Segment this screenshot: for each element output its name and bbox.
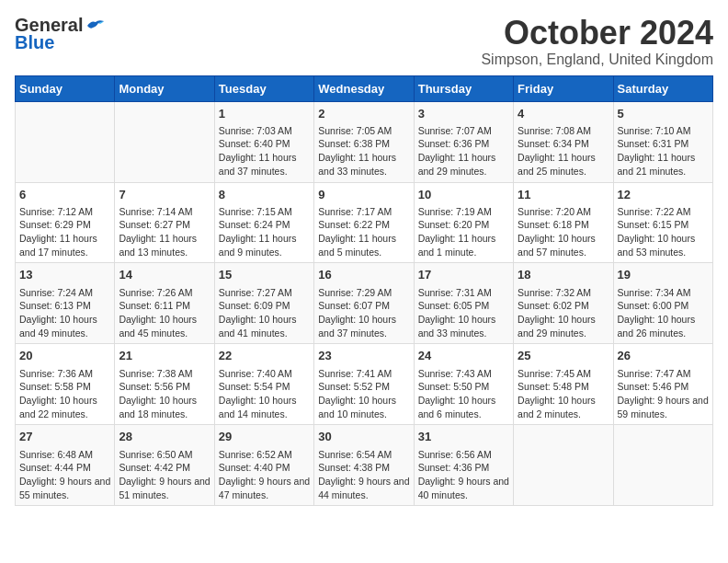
calendar-cell: 2Sunrise: 7:05 AMSunset: 6:38 PMDaylight…	[314, 101, 414, 182]
day-info-text: Sunset: 6:38 PM	[318, 137, 409, 151]
calendar-cell	[16, 101, 115, 182]
day-info-text: Sunset: 6:31 PM	[618, 137, 709, 151]
day-info-text: Sunrise: 7:26 AM	[119, 286, 210, 300]
day-info-text: Daylight: 10 hours and 2 minutes.	[518, 394, 609, 420]
week-row-3: 13Sunrise: 7:24 AMSunset: 6:13 PMDayligh…	[16, 263, 713, 344]
day-number: 15	[219, 267, 310, 283]
day-info-text: Daylight: 9 hours and 55 minutes.	[19, 475, 110, 501]
day-info-text: Sunrise: 7:03 AM	[219, 124, 310, 138]
day-number: 7	[119, 187, 210, 203]
day-info-text: Sunrise: 7:14 AM	[119, 205, 210, 219]
day-info-text: Sunrise: 7:15 AM	[219, 205, 310, 219]
day-info-text: Daylight: 11 hours and 37 minutes.	[219, 151, 310, 178]
week-row-5: 27Sunrise: 6:48 AMSunset: 4:44 PMDayligh…	[16, 425, 713, 506]
calendar-cell: 8Sunrise: 7:15 AMSunset: 6:24 PMDaylight…	[214, 182, 313, 263]
day-number: 1	[219, 106, 310, 122]
day-number: 30	[318, 429, 409, 445]
calendar-cell: 5Sunrise: 7:10 AMSunset: 6:31 PMDaylight…	[613, 101, 712, 182]
day-info-text: Sunrise: 7:08 AM	[518, 124, 609, 138]
calendar-cell: 27Sunrise: 6:48 AMSunset: 4:44 PMDayligh…	[16, 425, 115, 506]
day-info-text: Daylight: 9 hours and 47 minutes.	[219, 475, 310, 501]
calendar-cell: 25Sunrise: 7:45 AMSunset: 5:48 PMDayligh…	[514, 344, 613, 425]
calendar-cell: 28Sunrise: 6:50 AMSunset: 4:42 PMDayligh…	[115, 425, 214, 506]
day-number: 16	[318, 267, 409, 283]
calendar-cell: 24Sunrise: 7:43 AMSunset: 5:50 PMDayligh…	[414, 344, 513, 425]
day-number: 26	[618, 348, 709, 364]
calendar-cell: 20Sunrise: 7:36 AMSunset: 5:58 PMDayligh…	[16, 344, 115, 425]
day-number: 13	[19, 267, 110, 283]
day-info-text: Sunrise: 7:41 AM	[318, 367, 409, 381]
day-info-text: Sunset: 6:05 PM	[418, 299, 509, 313]
day-info-text: Sunrise: 7:43 AM	[418, 367, 509, 381]
calendar-cell: 4Sunrise: 7:08 AMSunset: 6:34 PMDaylight…	[514, 101, 613, 182]
calendar-cell: 16Sunrise: 7:29 AMSunset: 6:07 PMDayligh…	[314, 263, 414, 344]
day-info-text: Sunset: 5:50 PM	[418, 380, 509, 394]
day-number: 24	[418, 348, 509, 364]
day-info-text: Sunset: 4:36 PM	[418, 461, 509, 475]
day-info-text: Daylight: 9 hours and 59 minutes.	[618, 394, 709, 420]
calendar-cell: 17Sunrise: 7:31 AMSunset: 6:05 PMDayligh…	[414, 263, 513, 344]
day-info-text: Sunrise: 7:31 AM	[418, 286, 509, 300]
calendar-cell: 21Sunrise: 7:38 AMSunset: 5:56 PMDayligh…	[115, 344, 214, 425]
day-info-text: Sunrise: 7:10 AM	[618, 124, 709, 138]
day-info-text: Sunset: 6:15 PM	[618, 218, 709, 232]
day-number: 28	[119, 429, 210, 445]
day-number: 14	[119, 267, 210, 283]
day-info-text: Sunset: 5:54 PM	[219, 380, 310, 394]
day-number: 17	[418, 267, 509, 283]
day-info-text: Sunset: 6:07 PM	[318, 299, 409, 313]
day-info-text: Daylight: 10 hours and 29 minutes.	[518, 313, 609, 339]
day-number: 3	[418, 106, 509, 122]
day-info-text: Sunset: 6:02 PM	[518, 299, 609, 313]
day-info-text: Daylight: 10 hours and 57 minutes.	[518, 232, 609, 259]
calendar-table: SundayMondayTuesdayWednesdayThursdayFrid…	[15, 75, 713, 507]
day-info-text: Sunrise: 6:54 AM	[318, 448, 409, 462]
day-number: 18	[518, 267, 609, 283]
day-info-text: Sunset: 6:34 PM	[518, 137, 609, 151]
day-info-text: Sunrise: 7:05 AM	[318, 124, 409, 138]
day-info-text: Sunset: 6:40 PM	[219, 137, 310, 151]
calendar-cell: 10Sunrise: 7:19 AMSunset: 6:20 PMDayligh…	[414, 182, 513, 263]
calendar-cell: 12Sunrise: 7:22 AMSunset: 6:15 PMDayligh…	[613, 182, 712, 263]
day-info-text: Sunrise: 6:52 AM	[219, 448, 310, 462]
day-info-text: Sunset: 6:29 PM	[19, 218, 110, 232]
day-info-text: Daylight: 11 hours and 25 minutes.	[518, 151, 609, 178]
day-info-text: Daylight: 11 hours and 29 minutes.	[418, 151, 509, 178]
day-number: 29	[219, 429, 310, 445]
calendar-cell: 30Sunrise: 6:54 AMSunset: 4:38 PMDayligh…	[314, 425, 414, 506]
day-info-text: Daylight: 10 hours and 14 minutes.	[219, 394, 310, 420]
calendar-cell: 7Sunrise: 7:14 AMSunset: 6:27 PMDaylight…	[115, 182, 214, 263]
day-info-text: Sunset: 4:44 PM	[19, 461, 110, 475]
day-info-text: Daylight: 10 hours and 6 minutes.	[418, 394, 509, 420]
day-info-text: Sunrise: 7:07 AM	[418, 124, 509, 138]
day-info-text: Sunrise: 7:19 AM	[418, 205, 509, 219]
day-info-text: Sunrise: 7:32 AM	[518, 286, 609, 300]
calendar-cell: 9Sunrise: 7:17 AMSunset: 6:22 PMDaylight…	[314, 182, 414, 263]
day-info-text: Sunrise: 7:36 AM	[19, 367, 110, 381]
day-info-text: Sunrise: 7:40 AM	[219, 367, 310, 381]
day-info-text: Daylight: 11 hours and 33 minutes.	[318, 151, 409, 178]
day-info-text: Sunrise: 6:50 AM	[119, 448, 210, 462]
day-number: 19	[618, 267, 709, 283]
day-number: 11	[518, 187, 609, 203]
day-info-text: Sunset: 4:42 PM	[119, 461, 210, 475]
day-info-text: Daylight: 10 hours and 37 minutes.	[318, 313, 409, 339]
day-info-text: Daylight: 11 hours and 5 minutes.	[318, 232, 409, 259]
calendar-cell: 13Sunrise: 7:24 AMSunset: 6:13 PMDayligh…	[16, 263, 115, 344]
logo-bird-icon	[85, 18, 106, 33]
day-number: 9	[318, 187, 409, 203]
day-number: 22	[219, 348, 310, 364]
day-info-text: Daylight: 10 hours and 18 minutes.	[119, 394, 210, 420]
day-info-text: Daylight: 10 hours and 45 minutes.	[119, 313, 210, 339]
day-info-text: Sunrise: 7:38 AM	[119, 367, 210, 381]
calendar-cell: 22Sunrise: 7:40 AMSunset: 5:54 PMDayligh…	[214, 344, 313, 425]
header-day-tuesday: Tuesday	[214, 75, 313, 101]
day-info-text: Sunset: 5:46 PM	[618, 380, 709, 394]
day-number: 6	[19, 187, 110, 203]
day-number: 4	[518, 106, 609, 122]
day-info-text: Daylight: 10 hours and 22 minutes.	[19, 394, 110, 420]
day-info-text: Daylight: 11 hours and 9 minutes.	[219, 232, 310, 259]
day-info-text: Daylight: 10 hours and 10 minutes.	[318, 394, 409, 420]
calendar-cell: 23Sunrise: 7:41 AMSunset: 5:52 PMDayligh…	[314, 344, 414, 425]
day-info-text: Sunset: 6:24 PM	[219, 218, 310, 232]
